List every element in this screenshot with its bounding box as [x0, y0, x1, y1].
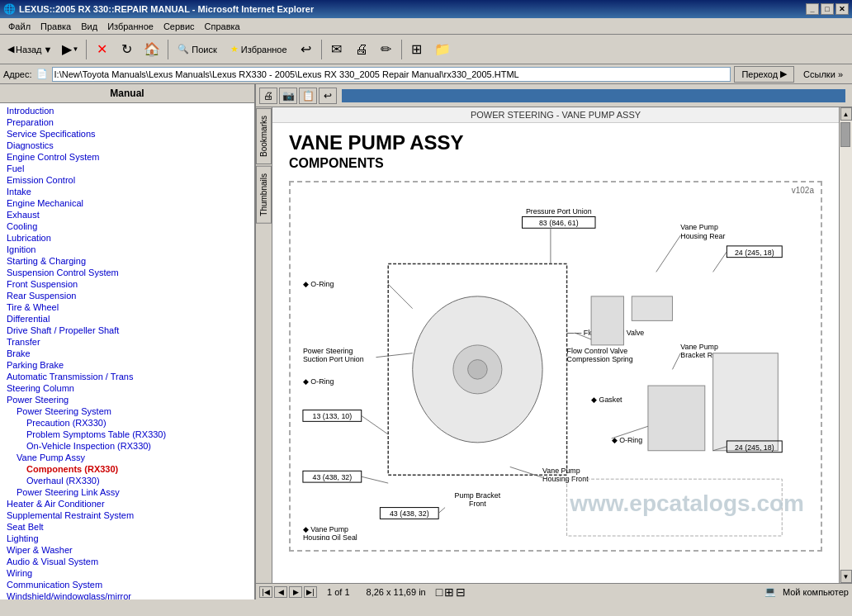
edit-button[interactable]: ✏	[375, 38, 398, 61]
address-bar: Адрес: 📄 Переход ▶ Ссылки »	[0, 64, 852, 84]
nav-item-34[interactable]: Heater & Air Conditioner	[0, 498, 254, 509]
nav-item-36[interactable]: Seat Belt	[0, 521, 254, 533]
nav-item-1[interactable]: Preparation	[0, 116, 254, 128]
nav-item-30[interactable]: Vane Pump Assy	[0, 452, 254, 463]
line-oring-top	[388, 284, 413, 309]
menu-tools[interactable]: Сервис	[159, 20, 200, 33]
nav-item-21[interactable]: Brake	[0, 348, 254, 359]
favorites-button[interactable]: ★ Избранное	[225, 38, 293, 61]
spec-24-bottom-text: 24 (245, 18)	[735, 443, 774, 452]
favorites-label: Избранное	[241, 45, 287, 54]
print-doc-button[interactable]: 🖨	[259, 88, 277, 104]
nav-item-29[interactable]: On-Vehicle Inspection (RX330)	[0, 440, 254, 452]
nav-item-39[interactable]: Audio & Visual System	[0, 556, 254, 567]
undo-button[interactable]: ↩	[319, 88, 337, 104]
nav-item-9[interactable]: Exhaust	[0, 209, 254, 220]
links-label: Ссылки	[803, 69, 835, 79]
nav-item-25[interactable]: Power Steering	[0, 394, 254, 405]
toolbar-separator-2	[168, 40, 168, 59]
forward-icon: ▶	[62, 41, 72, 57]
close-button[interactable]: ✕	[835, 3, 849, 15]
sidebar-tabs: Bookmarks Thumbnails	[256, 107, 272, 583]
nav-item-37[interactable]: Lighting	[0, 533, 254, 544]
forward-button[interactable]: ▶ ▼	[58, 38, 83, 61]
refresh-button[interactable]: ↻	[115, 38, 138, 61]
nav-item-2[interactable]: Service Specifications	[0, 128, 254, 140]
nav-item-27[interactable]: Precaution (RX330)	[0, 417, 254, 429]
menu-edit[interactable]: Правка	[36, 20, 76, 33]
toolbar-separator-1	[86, 40, 87, 59]
nav-item-6[interactable]: Emission Control	[0, 174, 254, 186]
nav-item-17[interactable]: Tire & Wheel	[0, 301, 254, 313]
nav-item-10[interactable]: Cooling	[0, 220, 254, 232]
print-button[interactable]: 🖨	[350, 38, 373, 61]
bookmarks-tab[interactable]: Bookmarks	[256, 108, 272, 164]
nav-item-7[interactable]: Intake	[0, 186, 254, 197]
thumbnails-tab[interactable]: Thumbnails	[256, 166, 272, 224]
history-button[interactable]: ↩	[295, 38, 318, 61]
nav-item-33[interactable]: Power Steering Link Assy	[0, 486, 254, 498]
menu-help[interactable]: Справка	[200, 20, 245, 33]
nav-prev-button[interactable]: ◀	[274, 586, 287, 598]
search-button[interactable]: 🔍 Поиск	[172, 38, 222, 61]
nav-item-35[interactable]: Supplemental Restraint System	[0, 509, 254, 521]
nav-item-40[interactable]: Wiring	[0, 567, 254, 579]
label-vp-housing-front1: Vane Pump	[542, 467, 580, 475]
nav-item-15[interactable]: Front Suspension	[0, 278, 254, 290]
go-button[interactable]: Переход ▶	[734, 66, 794, 83]
nav-next-button[interactable]: ▶	[289, 586, 302, 598]
mail-button[interactable]: ✉	[325, 38, 348, 61]
menu-view[interactable]: Вид	[76, 20, 102, 33]
address-input[interactable]	[52, 67, 731, 82]
scroll-down-button[interactable]: ▼	[840, 570, 852, 583]
toolbar-separator-4	[401, 40, 402, 59]
nav-item-4[interactable]: Engine Control System	[0, 151, 254, 163]
nav-item-12[interactable]: Ignition	[0, 244, 254, 255]
line-bracket-rear	[672, 353, 680, 370]
view-zoom-icon[interactable]: ⊟	[456, 585, 466, 599]
nav-item-22[interactable]: Parking Brake	[0, 359, 254, 371]
menu-favorites[interactable]: Избранное	[102, 20, 159, 33]
nav-item-38[interactable]: Wiper & Washer	[0, 544, 254, 556]
nav-item-19[interactable]: Drive Shaft / Propeller Shaft	[0, 325, 254, 336]
nav-item-0[interactable]: Introduction	[0, 105, 254, 116]
scroll-thumb[interactable]	[840, 122, 850, 147]
go-arrow-icon: ▶	[780, 69, 787, 79]
folder-button[interactable]: 📁	[430, 38, 455, 61]
scroll-up-button[interactable]: ▲	[840, 107, 852, 121]
nav-item-18[interactable]: Differential	[0, 313, 254, 325]
nav-item-11[interactable]: Lubrication	[0, 232, 254, 244]
screenshot-button[interactable]: 📷	[279, 88, 297, 104]
menu-file[interactable]: Файл	[3, 20, 36, 33]
nav-item-31[interactable]: Components (RX330)	[0, 463, 254, 475]
nav-item-8[interactable]: Engine Mechanical	[0, 197, 254, 209]
nav-item-13[interactable]: Starting & Charging	[0, 255, 254, 267]
nav-item-23[interactable]: Automatic Transmission / Trans	[0, 371, 254, 382]
nav-item-3[interactable]: Diagnostics	[0, 140, 254, 151]
nav-item-14[interactable]: Suspension Control System	[0, 267, 254, 278]
view-fit-icon[interactable]: ⊞	[444, 585, 454, 599]
computer-icon: 💻	[764, 586, 776, 597]
nav-item-5[interactable]: Fuel	[0, 163, 254, 174]
maximize-button[interactable]: □	[821, 3, 834, 15]
diagram-container: v102a Pressure Port Union 83 (846, 61) V…	[289, 181, 822, 552]
nav-item-24[interactable]: Steering Column	[0, 382, 254, 394]
copy-button[interactable]: 📋	[299, 88, 317, 104]
stop-button[interactable]: ✕	[90, 38, 113, 61]
nav-first-button[interactable]: |◀	[259, 586, 272, 598]
nav-item-20[interactable]: Transfer	[0, 336, 254, 348]
left-nav-panel: Manual IntroductionPreparationService Sp…	[0, 84, 256, 599]
nav-item-32[interactable]: Overhaul (RX330)	[0, 475, 254, 486]
links-button[interactable]: Ссылки »	[798, 66, 849, 83]
nav-item-42[interactable]: Windshield/windowglass/mirror	[0, 590, 254, 599]
nav-item-26[interactable]: Power Steering System	[0, 405, 254, 417]
media-button[interactable]: ⊞	[405, 38, 428, 61]
nav-last-button[interactable]: ▶|	[304, 586, 317, 598]
back-button[interactable]: ◀ Назад ▼	[3, 38, 56, 61]
minimize-button[interactable]: _	[806, 3, 819, 15]
home-button[interactable]: 🏠	[140, 38, 164, 61]
nav-item-41[interactable]: Communication System	[0, 579, 254, 590]
view-page-icon[interactable]: □	[436, 585, 443, 599]
nav-item-28[interactable]: Problem Symptoms Table (RX330)	[0, 429, 254, 440]
nav-item-16[interactable]: Rear Suspension	[0, 290, 254, 301]
